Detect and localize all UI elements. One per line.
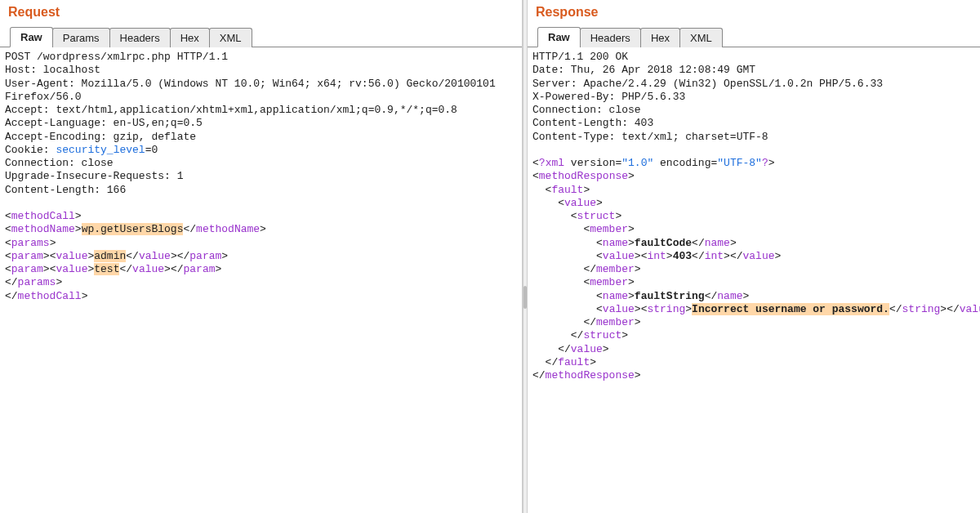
req-body-line: <params> — [5, 237, 56, 249]
req-body-line: </params> — [5, 276, 62, 288]
req-line: Firefox/56.0 — [5, 91, 82, 103]
response-pane: Response Raw Headers Hex XML HTTP/1.1 20… — [528, 0, 980, 513]
resp-xml-line: </value> — [532, 343, 609, 355]
resp-xml-line: <struct> — [532, 210, 621, 222]
response-content[interactable]: HTTP/1.1 200 OK Date: Thu, 26 Apr 2018 1… — [528, 47, 980, 503]
request-tabbar: Raw Params Headers Hex XML — [0, 26, 522, 47]
resp-line: Connection: close — [532, 104, 641, 116]
tab-headers[interactable]: Headers — [580, 28, 641, 47]
resp-line: Content-Type: text/xml; charset=UTF-8 — [532, 131, 768, 143]
resp-xml-line: <member> — [532, 223, 635, 235]
param-value: test — [94, 263, 119, 275]
resp-xml-line: <fault> — [532, 184, 590, 196]
req-body-line: </methodCall> — [5, 290, 87, 302]
fault-string-value: Incorrect username or password. — [692, 303, 889, 315]
req-line: POST /wordpress/xmlrpc.php HTTP/1.1 — [5, 51, 228, 63]
resp-xml-line: <value><int>403</int></value> — [532, 250, 781, 262]
request-pane: Request Raw Params Headers Hex XML POST … — [0, 0, 523, 513]
response-tabbar: Raw Headers Hex XML — [528, 26, 980, 47]
param-value: admin — [94, 250, 126, 262]
tab-hex[interactable]: Hex — [640, 28, 680, 47]
tab-xml[interactable]: XML — [679, 28, 723, 47]
tab-params[interactable]: Params — [52, 28, 110, 47]
request-content[interactable]: POST /wordpress/xmlrpc.php HTTP/1.1 Host… — [0, 47, 522, 503]
resp-line: X-Powered-By: PHP/5.6.33 — [532, 91, 685, 103]
req-line: Content-Length: 166 — [5, 184, 126, 196]
tab-raw[interactable]: Raw — [10, 27, 53, 47]
tab-hex[interactable]: Hex — [170, 28, 210, 47]
fault-string-label: faultString — [635, 290, 705, 302]
resp-line: HTTP/1.1 200 OK — [532, 51, 628, 63]
resp-xml-line: </fault> — [532, 356, 596, 368]
resp-line: Date: Thu, 26 Apr 2018 12:08:49 GMT — [532, 64, 755, 76]
resp-xml-line: <member> — [532, 276, 635, 288]
req-line: Accept-Encoding: gzip, deflate — [5, 131, 196, 143]
resp-line: Server: Apache/2.4.29 (Win32) OpenSSL/1.… — [532, 78, 883, 90]
resp-xml-line: <value> — [532, 197, 603, 209]
req-body-line: <methodName>wp.getUsersBlogs</methodName… — [5, 223, 266, 235]
req-line: Host: localhost — [5, 64, 100, 76]
resp-xml-line: <name>faultString</name> — [532, 290, 749, 302]
request-title: Request — [0, 0, 522, 26]
req-line: Connection: close — [5, 157, 114, 169]
cookie-key: security_level — [56, 144, 145, 156]
tab-xml[interactable]: XML — [209, 28, 252, 47]
req-line: User-Agent: Mozilla/5.0 (Windows NT 10.0… — [5, 78, 496, 90]
resp-xml-line: </member> — [532, 316, 641, 328]
fault-code-label: faultCode — [635, 237, 692, 249]
req-body-line: <param><value>test</value></param> — [5, 263, 221, 275]
response-title: Response — [528, 0, 980, 26]
req-line: Cookie: security_level=0 — [5, 144, 158, 156]
req-line: Accept-Language: en-US,en;q=0.5 — [5, 117, 203, 129]
req-body-line: <methodCall> — [5, 210, 82, 222]
tab-raw[interactable]: Raw — [537, 27, 581, 47]
tab-headers[interactable]: Headers — [109, 28, 171, 47]
req-line: Upgrade-Insecure-Requests: 1 — [5, 170, 183, 182]
resp-xml-line: </methodResponse> — [532, 369, 641, 381]
req-line: Accept: text/html,application/xhtml+xml,… — [5, 104, 457, 116]
resp-xml-line: <methodResponse> — [532, 170, 635, 182]
resp-line: Content-Length: 403 — [532, 117, 653, 129]
resp-xml-line: </member> — [532, 263, 641, 275]
resp-xml-line: </struct> — [532, 329, 628, 341]
fault-code-value: 403 — [673, 250, 692, 262]
resp-xml-line: <value><string>Incorrect username or pas… — [532, 303, 980, 315]
resp-xml-line: <name>faultCode</name> — [532, 237, 737, 249]
resp-xml-line: <?xml version="1.0" encoding="UTF-8"?> — [532, 157, 775, 169]
req-body-line: <param><value>admin</value></param> — [5, 250, 228, 262]
method-name-value: wp.getUsersBlogs — [82, 223, 184, 235]
